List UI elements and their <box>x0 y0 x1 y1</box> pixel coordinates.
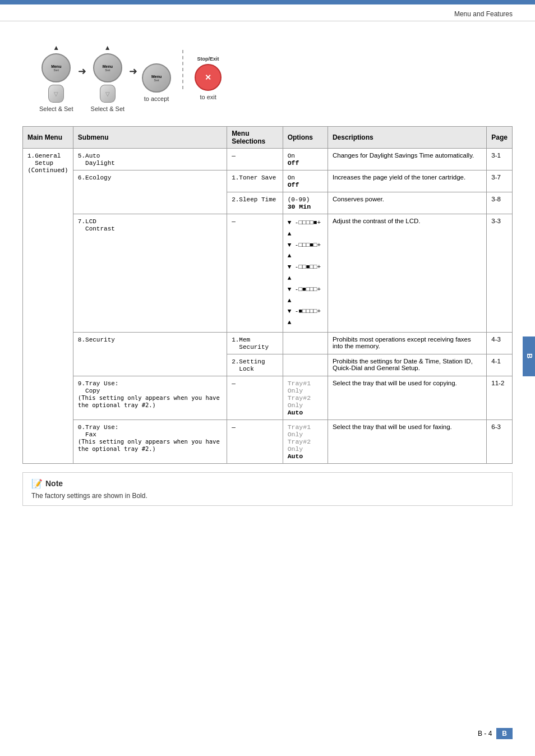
stop-exit-button[interactable]: ✕ <box>195 64 222 91</box>
menu-set-button-3[interactable]: Menu Set <box>142 63 171 93</box>
options-cell: ▼ -□□□□■+ ▲ ▼ -□□□■□+ ▲ ▼ -□□■□□+ ▲ ▼ -□… <box>283 214 328 333</box>
page: Menu and Features B ▲ Menu Set ▽ Select <box>0 0 535 756</box>
page-header: Menu and Features <box>0 4 535 21</box>
table-row: 9.Tray Use: Copy (This setting only appe… <box>23 376 513 420</box>
step2-label: Select & Set <box>91 105 125 112</box>
nav-diagram: ▲ Menu Set ▽ Select & Set ➜ ▲ <box>39 44 513 112</box>
page-cell: 4-1 <box>487 354 513 376</box>
options-cell <box>283 332 328 354</box>
menu-sel-cell: — <box>227 376 283 420</box>
page-badge: B <box>496 728 513 739</box>
submenu-cell: 8.Security <box>73 332 227 376</box>
page-cell: 3-8 <box>487 192 513 214</box>
page-cell: 3-7 <box>487 170 513 192</box>
menu-sel-cell: — <box>227 214 283 333</box>
nav-step-4: Stop/Exit ✕ to exit <box>195 56 222 100</box>
arrow-1: ➜ <box>78 65 86 77</box>
menu-sel-cell: 1.Toner Save <box>227 170 283 192</box>
desc-cell: Select the tray that will be used for fa… <box>328 420 486 463</box>
step4-label: to exit <box>200 94 216 100</box>
menu-set-button-1[interactable]: Menu Set <box>41 53 71 82</box>
submenu-cell: 0.Tray Use: Fax (This setting only appea… <box>73 420 227 463</box>
page-cell: 11-2 <box>487 376 513 420</box>
page-cell: 3-1 <box>487 149 513 170</box>
page-number: B - 4 <box>478 730 492 737</box>
page-cell: 3-3 <box>487 214 513 333</box>
options-cell: Tray#1 OnlyTray#2 OnlyAuto <box>283 376 328 420</box>
submenu-cell: 5.Auto Daylight <box>73 149 227 170</box>
arrow-2: ➜ <box>129 65 137 77</box>
page-cell: 6-3 <box>487 420 513 463</box>
options-cell: Tray#1 OnlyTray#2 OnlyAuto <box>283 420 328 463</box>
table-row: 0.Tray Use: Fax (This setting only appea… <box>23 420 513 463</box>
col-header-menu-selections: Menu Selections <box>227 127 283 149</box>
note-title: 📝 Note <box>31 478 504 489</box>
table-row: 1.General Setup(Continued) 5.Auto Daylig… <box>23 149 513 170</box>
bottom-bar: B - 4 B <box>478 728 513 739</box>
options-cell: OnOff <box>283 149 328 170</box>
menu-sel-cell: — <box>227 149 283 170</box>
step1-label: Select & Set <box>39 105 73 112</box>
options-cell: OnOff <box>283 170 328 192</box>
submenu-cell: 6.Ecology <box>73 170 227 214</box>
options-cell: (0-99)30 Min <box>283 192 328 214</box>
top-bar <box>0 0 535 4</box>
table-row: 7.LCD Contrast — ▼ -□□□□■+ ▲ ▼ -□□□■□+ ▲… <box>23 214 513 333</box>
table-row: 6.Ecology 1.Toner Save OnOff Increases t… <box>23 170 513 192</box>
col-header-page: Page <box>487 127 513 149</box>
col-header-descriptions: Descriptions <box>328 127 486 149</box>
options-cell <box>283 354 328 376</box>
menu-table: Main Menu Submenu Menu Selections Option… <box>22 126 513 464</box>
desc-cell: Conserves power. <box>328 192 486 214</box>
main-content: ▲ Menu Set ▽ Select & Set ➜ ▲ <box>0 21 535 525</box>
desc-cell: Prohibits the settings for Date & Time, … <box>328 354 486 376</box>
col-header-submenu: Submenu <box>73 127 227 149</box>
desc-cell: Prohibits most operations except receivi… <box>328 332 486 354</box>
col-header-options: Options <box>283 127 328 149</box>
nav-step-2: ▲ Menu Set ▽ Select & Set <box>91 44 125 112</box>
note-section: 📝 Note The factory settings are shown in… <box>22 472 513 506</box>
desc-cell: Select the tray that will be used for co… <box>328 376 486 420</box>
note-icon: 📝 <box>31 478 43 489</box>
stop-exit-label: Stop/Exit <box>197 56 219 62</box>
menu-sel-cell: 1.Mem Security <box>227 332 283 354</box>
header-title: Menu and Features <box>454 10 513 18</box>
page-cell: 4-3 <box>487 332 513 354</box>
menu-set-button-2[interactable]: Menu Set <box>93 53 122 82</box>
col-header-main-menu: Main Menu <box>23 127 73 149</box>
note-text: The factory settings are shown in Bold. <box>31 492 504 500</box>
step3-label: to accept <box>144 95 169 102</box>
dashed-divider <box>182 50 183 89</box>
desc-cell: Adjust the contrast of the LCD. <box>328 214 486 333</box>
main-menu-cell: 1.General Setup(Continued) <box>23 149 73 464</box>
section-tab: B <box>523 336 535 376</box>
submenu-cell: 9.Tray Use: Copy (This setting only appe… <box>73 376 227 420</box>
nav-step-3: ▲ Menu Set to accept <box>142 54 171 102</box>
menu-sel-cell: — <box>227 420 283 463</box>
desc-cell: Increases the page yield of the toner ca… <box>328 170 486 192</box>
menu-sel-cell: 2.Setting Lock <box>227 354 283 376</box>
submenu-cell: 7.LCD Contrast <box>73 214 227 333</box>
menu-sel-cell: 2.Sleep Time <box>227 192 283 214</box>
desc-cell: Changes for Daylight Savings Time automa… <box>328 149 486 170</box>
table-row: 8.Security 1.Mem Security Prohibits most… <box>23 332 513 354</box>
nav-step-1: ▲ Menu Set ▽ Select & Set <box>39 44 73 112</box>
